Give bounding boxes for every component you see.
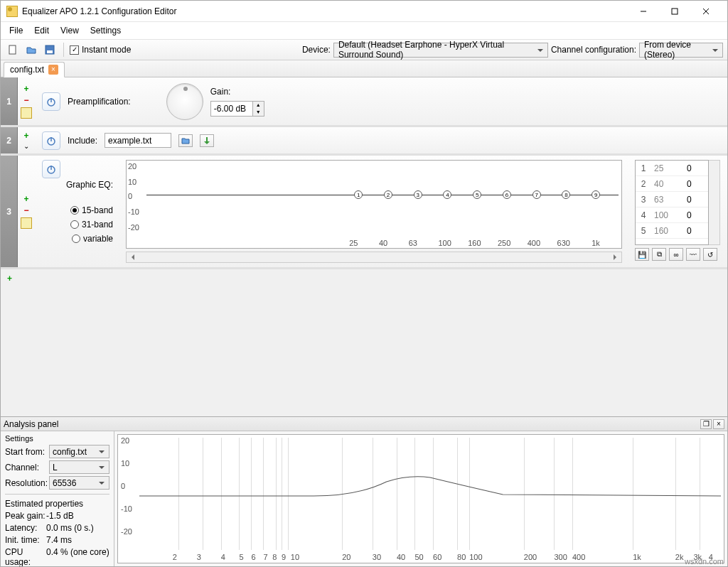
eq-band-table[interactable]: 1250 2400 3630 41000 51600 — [635, 160, 709, 245]
open-file-button[interactable] — [23, 42, 39, 58]
menu-edit[interactable]: Edit — [28, 23, 55, 38]
toolbar: Instant mode Device: Default (Headset Ea… — [1, 39, 727, 60]
ac-x-tick: 20 — [342, 553, 350, 561]
close-button[interactable] — [690, 2, 722, 21]
table-row[interactable]: 2400 — [636, 176, 708, 192]
maximize-button[interactable] — [659, 2, 690, 21]
gain-label: Gain: — [210, 87, 264, 97]
eq-band-point[interactable]: 6 — [503, 190, 511, 199]
band-15-radio[interactable]: 15-band — [70, 205, 113, 215]
eq-y-tick: 0 — [128, 192, 132, 200]
analysis-undock-button[interactable]: ❐ — [700, 419, 712, 429]
ac-x-tick: 4 — [221, 553, 225, 561]
eq-link-button[interactable]: ∞ — [669, 248, 683, 261]
eq-copy-button[interactable]: ⧉ — [652, 248, 666, 261]
estimated-heading: Estimated properties — [5, 499, 109, 509]
table-row[interactable]: 41000 — [636, 207, 708, 223]
ac-x-tick: 50 — [414, 553, 423, 561]
power-button[interactable] — [42, 131, 60, 150]
menu-view[interactable]: View — [55, 23, 85, 38]
band-31-radio[interactable]: 31-band — [70, 220, 113, 230]
new-file-button[interactable] — [5, 42, 21, 58]
start-from-label: Start from: — [5, 447, 46, 457]
eq-band-point[interactable]: 2 — [384, 190, 392, 199]
eq-x-tick: 63 — [409, 239, 417, 247]
menu-settings[interactable]: Settings — [85, 23, 127, 38]
init-time-label: Init. time: — [5, 535, 46, 545]
edit-icon[interactable] — [21, 107, 32, 119]
analysis-chart[interactable]: 20 10 0 -10 -20 2 3 4 5 6 7 8 9 10 20 — [117, 434, 724, 563]
eq-band-point[interactable]: 7 — [532, 190, 541, 199]
channel-select[interactable]: L — [49, 460, 109, 474]
gain-spinner[interactable]: ▲▼ — [210, 101, 264, 117]
eq-reset-button[interactable]: ↺ — [703, 248, 717, 261]
spin-down-icon[interactable]: ▼ — [253, 109, 264, 116]
block-graphic-eq: 3 + − Graphic EQ: 15-band 31-band variab… — [1, 156, 727, 269]
ac-y-tick: 0 — [121, 482, 125, 490]
watermark: wsxdn.com — [685, 557, 724, 566]
eq-band-point[interactable]: 4 — [443, 190, 451, 199]
eq-y-tick: -20 — [128, 223, 139, 232]
channel-config-select[interactable]: From device (Stereo) — [639, 43, 723, 58]
analysis-close-button[interactable]: × — [713, 419, 724, 429]
eq-band-point[interactable]: 5 — [473, 190, 481, 199]
band-variable-radio[interactable]: variable — [72, 234, 113, 244]
latency-label: Latency: — [5, 523, 46, 533]
device-select[interactable]: Default (Headset Earphone - HyperX Virtu… — [333, 43, 548, 58]
workspace: 1 + − Preamplification: Gain: ▲▼ 2 — [1, 77, 727, 416]
include-file-input[interactable] — [105, 133, 171, 148]
instant-mode-toggle[interactable]: Instant mode — [70, 45, 131, 55]
remove-icon[interactable]: − — [22, 96, 31, 105]
start-from-select[interactable]: config.txt — [49, 445, 109, 458]
add-icon[interactable]: + — [22, 85, 31, 94]
menu-file[interactable]: File — [4, 23, 28, 38]
power-button[interactable] — [42, 160, 60, 178]
eq-band-point[interactable]: 9 — [592, 190, 600, 199]
add-icon[interactable]: + — [22, 131, 31, 140]
eq-band-point[interactable]: 1 — [354, 190, 363, 199]
eq-save-button[interactable]: 💾 — [635, 248, 649, 261]
add-icon[interactable]: + — [22, 195, 31, 204]
gain-dial[interactable] — [166, 83, 203, 120]
open-include-button[interactable] — [178, 134, 193, 147]
power-button[interactable] — [42, 92, 60, 111]
expand-icon[interactable]: ⌄ — [23, 142, 29, 150]
table-row[interactable]: 51600 — [636, 223, 708, 239]
spin-up-icon[interactable]: ▲ — [253, 102, 264, 109]
ac-y-tick: -20 — [121, 527, 132, 536]
eq-chart[interactable]: 20 10 0 -10 -20 1 2 3 4 5 6 7 8 9 25 — [126, 160, 622, 249]
channel-config-label: Channel configuration: — [551, 45, 636, 55]
eq-band-point[interactable]: 8 — [562, 190, 570, 199]
svg-rect-1 — [672, 9, 678, 14]
save-file-button[interactable] — [42, 42, 58, 58]
cpu-usage-label: CPU usage: — [5, 547, 46, 567]
ac-y-tick: 20 — [121, 436, 129, 445]
eq-table-scrollbar[interactable] — [709, 160, 720, 245]
eq-y-tick: 10 — [128, 178, 136, 186]
resolution-select[interactable]: 65536 — [49, 476, 109, 490]
radio-icon — [70, 220, 79, 229]
tab-config[interactable]: config.txt × — [4, 62, 65, 77]
gain-input[interactable] — [211, 102, 252, 116]
block-preamp: 1 + − Preamplification: Gain: ▲▼ — [1, 77, 727, 127]
add-block-button[interactable]: + — [5, 274, 14, 283]
ac-x-tick: 300 — [554, 553, 567, 561]
eq-x-tick: 250 — [498, 239, 510, 247]
reload-include-button[interactable] — [200, 134, 214, 147]
eq-x-tick: 160 — [468, 239, 481, 247]
eq-invert-button[interactable]: 〰 — [686, 248, 700, 261]
response-curve — [139, 435, 721, 549]
ac-x-tick: 30 — [373, 553, 381, 561]
remove-icon[interactable]: − — [22, 206, 31, 215]
eq-x-tick: 400 — [528, 239, 540, 247]
tab-close-button[interactable]: × — [48, 65, 58, 75]
eq-x-tick: 40 — [379, 239, 387, 247]
eq-hscrollbar[interactable] — [126, 252, 622, 263]
table-row[interactable]: 1250 — [636, 161, 708, 176]
ac-y-tick: 10 — [121, 459, 129, 468]
table-row[interactable]: 3630 — [636, 192, 708, 207]
edit-icon[interactable] — [21, 217, 32, 229]
analysis-panel: Analysis panel ❐ × Settings Start from:c… — [1, 416, 727, 566]
minimize-button[interactable] — [628, 2, 659, 21]
eq-band-point[interactable]: 3 — [414, 190, 422, 199]
